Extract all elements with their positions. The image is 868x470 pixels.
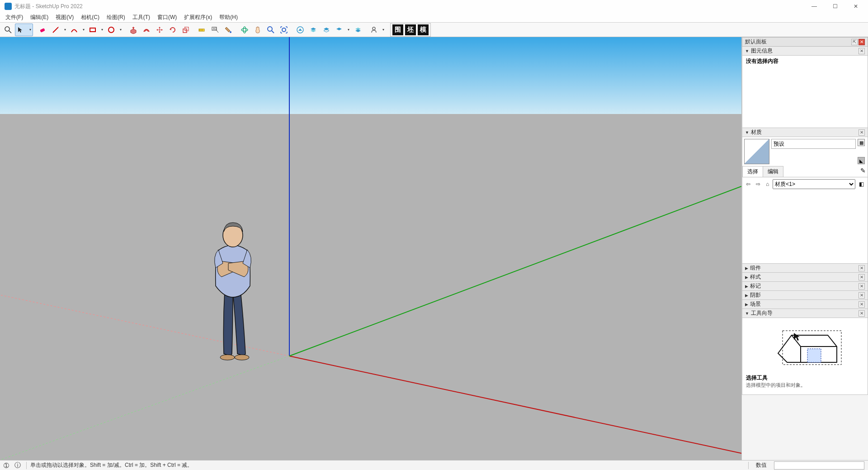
viewport-axes xyxy=(0,37,741,460)
svg-line-28 xyxy=(0,356,289,460)
svg-rect-2 xyxy=(40,28,45,33)
menu-file[interactable]: 文件(F) xyxy=(2,13,27,22)
svg-point-4 xyxy=(108,27,114,33)
status-help-icon[interactable]: ➀ xyxy=(4,462,9,469)
svg-point-18 xyxy=(243,27,246,33)
paint-tool[interactable] xyxy=(222,24,235,36)
scale-tool[interactable] xyxy=(179,24,192,36)
panel-entity-info[interactable]: 图元信息 ✕ xyxy=(742,47,868,56)
entity-info-empty-text: 没有选择内容 xyxy=(746,58,778,64)
eraser-tool[interactable] xyxy=(37,24,49,36)
measure-input[interactable] xyxy=(774,461,864,470)
window-controls: — ☐ ✕ xyxy=(804,0,866,13)
move-tool[interactable] xyxy=(153,24,166,36)
materials-forward-icon[interactable]: ⇨ xyxy=(754,180,762,188)
tray-title: 默认面板 xyxy=(745,38,767,46)
menu-extensions[interactable]: 扩展程序(x) xyxy=(180,13,216,22)
panel-materials-close[interactable]: ✕ xyxy=(859,129,865,136)
panel-tags[interactable]: 标记✕ xyxy=(742,282,868,291)
tray-close-icon[interactable]: ✕ xyxy=(859,39,865,45)
maximize-button[interactable]: ☐ xyxy=(825,0,845,13)
panel-styles[interactable]: 样式✕ xyxy=(742,273,868,282)
panel-components-close[interactable]: ✕ xyxy=(859,265,865,271)
menu-edit[interactable]: 编辑(E) xyxy=(27,13,52,22)
layers-icon-1[interactable] xyxy=(307,24,320,36)
zoom-tool[interactable] xyxy=(264,24,277,36)
arc-tool[interactable] xyxy=(68,24,86,36)
menu-camera[interactable]: 相机(C) xyxy=(77,13,103,22)
materials-detail-icon[interactable]: ◧ xyxy=(857,180,866,188)
circle-tool[interactable] xyxy=(105,24,123,36)
enscape-toolbar: 围 坯 模 xyxy=(390,23,431,37)
orbit-tool[interactable] xyxy=(238,24,251,36)
svg-line-25 xyxy=(289,356,741,453)
panel-instructor[interactable]: 工具向导 ✕ xyxy=(742,309,868,318)
panel-shadows[interactable]: 阴影✕ xyxy=(742,291,868,300)
menu-draw[interactable]: 绘图(R) xyxy=(103,13,129,22)
window-title: 无标题 - SketchUp Pro 2022 xyxy=(14,3,83,10)
warehouse-icon[interactable] xyxy=(294,24,307,36)
zoom-extents-tool[interactable] xyxy=(278,24,290,36)
text-tool[interactable]: A1 xyxy=(209,24,222,36)
rotate-tool[interactable] xyxy=(166,24,179,36)
user-icon[interactable] xyxy=(368,24,386,36)
panel-entity-info-close[interactable]: ✕ xyxy=(859,48,865,54)
minimize-button[interactable]: — xyxy=(804,0,825,13)
panel-scenes[interactable]: 场景✕ xyxy=(742,300,868,309)
panel-instructor-label: 工具向导 xyxy=(751,309,773,317)
toolbar: A1 围 坯 模 xyxy=(0,23,868,37)
panel-shadows-close[interactable]: ✕ xyxy=(859,292,865,299)
enscape-btn-3[interactable]: 模 xyxy=(418,24,429,35)
tape-tool[interactable] xyxy=(196,24,208,36)
tray-pin-icon[interactable]: ⇱ xyxy=(851,39,858,45)
pan-tool[interactable] xyxy=(251,24,264,36)
materials-library-select[interactable]: 材质<1> xyxy=(773,179,855,189)
menubar: 文件(F) 编辑(E) 视图(V) 相机(C) 绘图(R) 工具(T) 窗口(W… xyxy=(0,13,868,23)
materials-back-icon[interactable]: ⇦ xyxy=(744,180,752,188)
search-icon[interactable] xyxy=(2,24,14,36)
layers-icon-2[interactable] xyxy=(320,24,333,36)
panel-materials[interactable]: 材质 ✕ xyxy=(742,128,868,137)
layers-icon-3[interactable] xyxy=(333,24,351,36)
rectangle-tool[interactable] xyxy=(87,24,105,36)
instructor-tool-name: 选择工具 xyxy=(746,374,768,382)
svg-line-26 xyxy=(0,295,289,356)
materials-tab-select[interactable]: 选择 xyxy=(742,166,763,177)
line-tool[interactable] xyxy=(50,24,68,36)
panel-scenes-close[interactable]: ✕ xyxy=(859,301,865,308)
svg-point-30 xyxy=(235,355,249,360)
panel-styles-close[interactable]: ✕ xyxy=(859,274,865,280)
svg-point-16 xyxy=(230,31,231,33)
enscape-btn-2[interactable]: 坯 xyxy=(405,24,416,35)
menu-view[interactable]: 视图(V) xyxy=(52,13,77,22)
instructor-illustration xyxy=(764,322,846,371)
close-button[interactable]: ✕ xyxy=(845,0,866,13)
panel-components[interactable]: 组件✕ xyxy=(742,264,868,273)
menu-window[interactable]: 窗口(W) xyxy=(154,13,180,22)
layers-icon-4[interactable] xyxy=(352,24,364,36)
panel-instructor-close[interactable]: ✕ xyxy=(859,310,865,317)
menu-help[interactable]: 帮助(H) xyxy=(216,13,241,22)
select-tool[interactable] xyxy=(15,24,33,36)
material-swatch[interactable] xyxy=(744,139,769,164)
panel-entity-info-body: 没有选择内容 xyxy=(742,56,868,128)
material-name-input[interactable] xyxy=(771,139,856,149)
main-area: 默认面板 ⇱✕ 图元信息 ✕ 没有选择内容 材质 ✕ ▦ ◣ xyxy=(0,37,868,460)
app-icon xyxy=(5,3,12,10)
materials-list[interactable] xyxy=(742,191,868,263)
menu-tools[interactable]: 工具(T) xyxy=(129,13,154,22)
offset-tool[interactable] xyxy=(140,24,153,36)
eyedropper-icon[interactable]: ✎ xyxy=(859,166,868,177)
enscape-btn-1[interactable]: 围 xyxy=(392,24,403,35)
viewport[interactable] xyxy=(0,37,741,460)
svg-point-19 xyxy=(268,27,272,31)
status-info-icon[interactable]: ⓘ xyxy=(14,461,21,470)
materials-home-icon[interactable]: ⌂ xyxy=(764,180,771,188)
materials-tab-edit[interactable]: 编辑 xyxy=(763,166,783,177)
panel-tags-close[interactable]: ✕ xyxy=(859,283,865,290)
material-default-icon[interactable]: ◣ xyxy=(858,157,865,164)
pushpull-tool[interactable] xyxy=(127,24,140,36)
material-create-icon[interactable]: ▦ xyxy=(858,139,865,146)
svg-line-15 xyxy=(217,30,218,33)
tray-header[interactable]: 默认面板 ⇱✕ xyxy=(742,37,868,47)
